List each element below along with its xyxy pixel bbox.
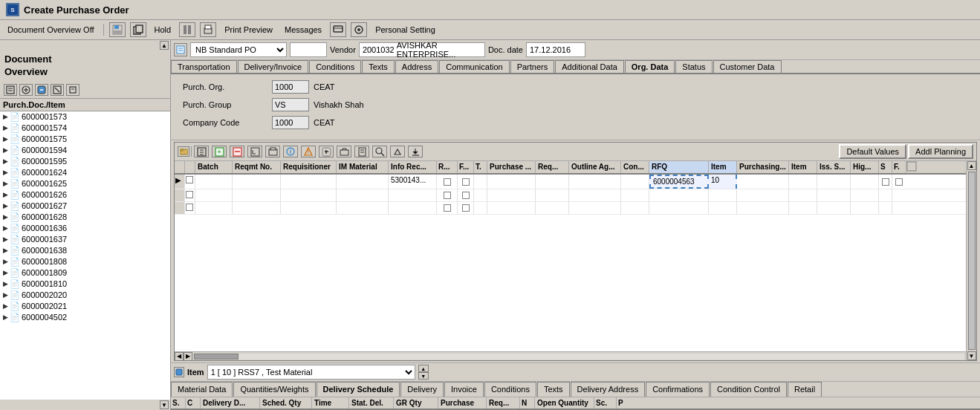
btab-delivery-address[interactable]: Delivery Address xyxy=(571,382,646,397)
doc-date-input[interactable] xyxy=(526,42,585,57)
sidebar-scroll-bottom[interactable]: ▼ xyxy=(0,400,170,410)
table-row-3[interactable] xyxy=(175,202,966,215)
sidebar-item-18[interactable]: ▶ 📄 6000004502 xyxy=(0,312,170,323)
item-up-arrow[interactable]: ▲ xyxy=(418,365,429,372)
menu-personal-setting[interactable]: Personal Setting xyxy=(371,24,440,36)
tab-communication[interactable]: Communication xyxy=(439,60,509,73)
table-main[interactable]: Batch Reqmt No. Requisitioner IM Materia… xyxy=(175,161,966,360)
sidebar-item-2[interactable]: ▶ 📄 6000001575 xyxy=(0,134,170,145)
sidebar-item-1[interactable]: ▶ 📄 6000001574 xyxy=(0,123,170,134)
tab-texts[interactable]: Texts xyxy=(362,60,395,73)
default-values-btn[interactable]: Default Values xyxy=(839,144,906,159)
tb-icon6[interactable]: i xyxy=(283,146,298,157)
sidebar-item-3[interactable]: ▶ 📄 6000001594 xyxy=(0,145,170,156)
company-code-input[interactable] xyxy=(272,116,309,129)
sidebar-icon1[interactable] xyxy=(4,84,17,96)
tab-partners[interactable]: Partners xyxy=(510,60,555,73)
sidebar-item-15[interactable]: ▶ 📄 6000001810 xyxy=(0,279,170,290)
td-checkbox-1[interactable] xyxy=(185,175,195,189)
item-down-arrow[interactable]: ▼ xyxy=(418,372,429,380)
sidebar-down-arrow[interactable]: ▼ xyxy=(160,400,169,409)
sidebar-item-0[interactable]: ▶ 📄 6000001573 xyxy=(0,111,170,123)
tb-icon11[interactable] xyxy=(372,146,387,157)
btab-delivery[interactable]: Delivery xyxy=(400,382,444,397)
tb-icon5[interactable] xyxy=(265,146,280,157)
sidebar-icon2[interactable] xyxy=(19,84,33,96)
tab-transportation[interactable]: Transportation xyxy=(171,60,237,73)
purch-org-code[interactable] xyxy=(272,80,309,94)
btab-retail[interactable]: Retail xyxy=(788,382,822,397)
scroll-up-btn[interactable]: ▲ xyxy=(967,161,976,170)
tb-icon3[interactable] xyxy=(230,146,244,157)
table-icon-folder[interactable] xyxy=(178,146,189,157)
addl-planning-btn[interactable]: Addl Planning xyxy=(908,144,973,159)
tab-org-data[interactable]: Org. Data xyxy=(625,60,675,74)
sidebar-item-14[interactable]: ▶ 📄 6000001809 xyxy=(0,267,170,279)
table-row-2[interactable] xyxy=(175,189,966,202)
menu-print-preview[interactable]: Print Preview xyxy=(220,24,277,36)
item-select[interactable]: 1 [ 10 ] RSS7 , Test Material xyxy=(207,365,415,380)
tab-delivery-invoice[interactable]: Delivery/Invoice xyxy=(238,60,309,73)
btab-condition-control[interactable]: Condition Control xyxy=(710,382,787,397)
tb-icon4[interactable] xyxy=(247,146,262,157)
sidebar-item-4[interactable]: ▶ 📄 6000001595 xyxy=(0,156,170,167)
table-row-1[interactable]: ▶ 5300143... xyxy=(175,175,966,189)
sidebar-item-9[interactable]: ▶ 📄 6000001628 xyxy=(0,212,170,223)
btab-conditions[interactable]: Conditions xyxy=(484,382,536,397)
tab-conditions[interactable]: Conditions xyxy=(309,60,361,73)
sidebar-item-8[interactable]: ▶ 📄 6000001627 xyxy=(0,201,170,212)
scroll-left-btn[interactable]: ◀ xyxy=(175,352,184,361)
tb-icon8[interactable] xyxy=(319,146,334,157)
sidebar-item-7[interactable]: ▶ 📄 6000001626 xyxy=(0,189,170,201)
btab-delivery-schedule[interactable]: Delivery Schedule xyxy=(317,382,400,397)
tb-icon7[interactable]: ! xyxy=(301,146,316,157)
tb-icon12[interactable] xyxy=(390,146,405,157)
sidebar-item-13[interactable]: ▶ 📄 6000001808 xyxy=(0,256,170,267)
messages-icon-btn[interactable] xyxy=(330,22,346,37)
td-checkbox-3[interactable] xyxy=(185,202,195,214)
menu-messages[interactable]: Messages xyxy=(280,24,326,36)
purch-group-code[interactable] xyxy=(272,98,309,111)
hold-icon-btn[interactable] xyxy=(179,22,195,37)
sidebar-item-11[interactable]: ▶ 📄 6000001637 xyxy=(0,234,170,245)
scroll-down-btn[interactable]: ▼ xyxy=(967,351,976,360)
menu-doc-overview[interactable]: Document Overview Off xyxy=(3,24,99,36)
sidebar-scroll-top[interactable]: ▲ xyxy=(0,40,170,51)
table-horiz-scroll[interactable]: ◀ ▶ xyxy=(175,351,966,360)
po-type-select[interactable]: NB Standard PO xyxy=(190,42,287,57)
tb-icon9[interactable] xyxy=(337,146,351,157)
tab-additional-data[interactable]: Additional Data xyxy=(555,60,624,73)
td-rfq-1[interactable]: 6000004563 xyxy=(649,175,709,189)
btab-invoice[interactable]: Invoice xyxy=(444,382,484,397)
sidebar-item-5[interactable]: ▶ 📄 6000001624 xyxy=(0,167,170,178)
sidebar-icon3[interactable] xyxy=(35,84,48,96)
tb-icon2[interactable]: + xyxy=(212,146,227,157)
sidebar-item-16[interactable]: ▶ 📄 6000002020 xyxy=(0,290,170,301)
sidebar-up-arrow[interactable]: ▲ xyxy=(160,41,169,50)
tab-customer-data[interactable]: Customer Data xyxy=(713,60,782,73)
td-item-1[interactable]: 10 xyxy=(709,175,737,189)
tb-icon1[interactable] xyxy=(194,146,209,157)
copy-icon-btn[interactable] xyxy=(130,22,146,37)
sidebar-item-17[interactable]: ▶ 📄 6000002021 xyxy=(0,301,170,312)
tab-address[interactable]: Address xyxy=(395,60,438,73)
td-checkbox-2[interactable] xyxy=(185,189,195,201)
tab-status[interactable]: Status xyxy=(675,60,712,73)
scroll-right-btn[interactable]: ▶ xyxy=(184,352,192,361)
tb-icon13[interactable] xyxy=(408,146,423,157)
btab-confirmations[interactable]: Confirmations xyxy=(646,382,710,397)
sidebar-icon5[interactable] xyxy=(66,84,79,96)
btab-quantities[interactable]: Quantities/Weights xyxy=(233,382,315,397)
settings-icon-btn[interactable] xyxy=(351,22,367,37)
sidebar-item-12[interactable]: ▶ 📄 6000001638 xyxy=(0,245,170,256)
menu-hold[interactable]: Hold xyxy=(150,24,176,36)
btab-material-data[interactable]: Material Data xyxy=(171,382,233,397)
tb-icon10[interactable] xyxy=(354,146,369,157)
sidebar-list[interactable]: ▶ 📄 6000001573 ▶ 📄 6000001574 ▶ 📄 600000… xyxy=(0,111,170,400)
sidebar-item-6[interactable]: ▶ 📄 6000001625 xyxy=(0,178,170,189)
save-icon-btn[interactable] xyxy=(109,22,126,37)
vendor-code-input[interactable] xyxy=(290,42,327,57)
print-icon-btn[interactable] xyxy=(200,22,216,37)
sidebar-item-10[interactable]: ▶ 📄 6000001636 xyxy=(0,223,170,234)
btab-texts[interactable]: Texts xyxy=(537,382,570,397)
